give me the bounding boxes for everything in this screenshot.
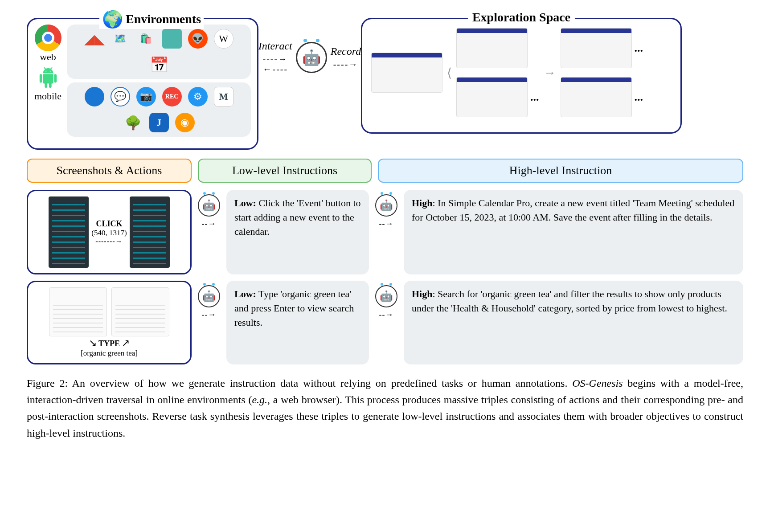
web-screenshot-before xyxy=(49,287,107,336)
screenshot-thumbnail xyxy=(561,77,632,117)
high-text: : Search for 'organic green tea' and fil… xyxy=(412,288,727,314)
maps-icon: 🗺️ xyxy=(111,29,130,49)
environments-icon-grid: ◢◣ 🗺️ 🛍️ 👽 W 📅 👤 💬 📷 REC ⚙ M 🌳 J xyxy=(67,25,251,140)
dashed-arrow-icon: --→ xyxy=(202,310,217,319)
recorder-icon: REC xyxy=(162,87,182,106)
high-label: High xyxy=(412,288,432,299)
dashed-arrow-icon: --→ xyxy=(379,219,394,229)
caption-italic-eg: e.g. xyxy=(252,394,267,405)
robot-icon: 🤖 xyxy=(296,42,327,73)
ellipsis-icon: ... xyxy=(635,41,643,55)
joplin-icon: J xyxy=(149,113,169,132)
exploration-space-box: Exploration Space ⟨ ... → ... xyxy=(361,18,682,134)
camera-icon: 📷 xyxy=(136,87,156,106)
interact-record-column: Interact ----→ ←---- 🤖 Record ----→ xyxy=(263,40,356,74)
section-low-level: Low-level Instructions xyxy=(198,159,372,183)
example-row: ↘ TYPE ↗ [organic green tea] 🤖 --→ Low: … xyxy=(27,281,743,364)
exploration-title: Exploration Space xyxy=(468,10,575,25)
tree-icon: 🌳 xyxy=(123,113,143,132)
dashed-arrow-icon: -------→ xyxy=(91,237,127,246)
web-screenshot-after xyxy=(111,287,169,336)
environments-title: 🌍 Environments xyxy=(99,9,204,29)
low-instruction-box: Low: Click the 'Event' button to start a… xyxy=(226,190,369,274)
figure-diagram: 🌍 Environments web mobile ◢◣ 🗺️ xyxy=(27,18,743,442)
dashed-arrow-left: ←---- xyxy=(258,64,292,74)
caption-italic-osgenesis: OS-Genesis xyxy=(572,377,623,389)
curved-arrow-icon: ↘ xyxy=(89,337,97,348)
robot-icon: 🤖 xyxy=(375,194,397,217)
calendar-icon: 📅 xyxy=(149,55,169,74)
environments-left-column: web mobile xyxy=(34,25,61,140)
mobile-apps-row: 👤 💬 📷 REC ⚙ M 🌳 J ◉ xyxy=(67,82,251,137)
top-row: 🌍 Environments web mobile ◢◣ 🗺️ xyxy=(27,18,743,150)
low-instruction-box: Low: Type 'organic green tea' and press … xyxy=(226,281,369,364)
phone-screenshot-after xyxy=(130,196,170,268)
action-name: TYPE xyxy=(98,339,120,348)
transform-arrow: 🤖 --→ xyxy=(198,190,220,274)
ellipsis-icon: ... xyxy=(635,90,643,104)
section-labels-row: Screenshots & Actions Low-level Instruct… xyxy=(27,159,743,183)
high-label: High xyxy=(412,197,432,209)
web-env-item: web xyxy=(35,25,61,63)
chat-icon xyxy=(162,29,182,49)
dashed-arrow-icon: --→ xyxy=(379,310,394,319)
contacts-icon: 👤 xyxy=(85,87,104,106)
osmand-icon: ◉ xyxy=(175,113,195,132)
action-args: (540, 1317) xyxy=(91,229,127,237)
transform-arrow: 🤖 --→ xyxy=(198,281,220,364)
globe-icon: 🌍 xyxy=(102,9,123,29)
settings-icon: ⚙ xyxy=(188,87,208,106)
environments-title-text: Environments xyxy=(126,12,201,26)
environments-box: 🌍 Environments web mobile ◢◣ 🗺️ xyxy=(27,18,258,150)
example-row: CLICK (540, 1317) -------→ 🤖 --→ Low: Cl… xyxy=(27,190,743,274)
high-instruction-box: High: In Simple Calendar Pro, create a n… xyxy=(404,190,743,274)
gitlab-icon: ◢◣ xyxy=(85,29,104,49)
robot-icon: 🤖 xyxy=(198,285,220,307)
transform-arrow: 🤖 --→ xyxy=(375,190,397,274)
high-instruction-box: High: Search for 'organic green tea' and… xyxy=(404,281,743,364)
figure-caption: Figure 2: An overview of how we generate… xyxy=(27,375,743,442)
wikipedia-icon: W xyxy=(214,29,233,49)
low-label: Low: xyxy=(234,197,256,209)
action-name: CLICK xyxy=(91,219,127,229)
record-label: Record xyxy=(331,45,361,57)
android-icon xyxy=(35,65,61,90)
web-label: web xyxy=(40,51,56,63)
screenshot-action-box: CLICK (540, 1317) -------→ xyxy=(27,190,192,274)
low-label: Low: xyxy=(234,288,256,299)
exploration-graph: ⟨ ... → ... ... xyxy=(371,28,672,117)
section-high-level: High-level Instruction xyxy=(378,159,743,183)
chrome-icon xyxy=(35,25,61,51)
mobile-env-item: mobile xyxy=(34,65,61,102)
phone-screenshot-before xyxy=(49,196,89,268)
interact-arrows: Interact ----→ ←---- 🤖 Record ----→ xyxy=(258,40,361,74)
reddit-icon: 👽 xyxy=(188,29,208,49)
high-text: : In Simple Calendar Pro, create a new e… xyxy=(412,197,734,223)
transform-arrow: 🤖 --→ xyxy=(375,281,397,364)
caption-text-pre: An overview of how we generate instructi… xyxy=(68,377,572,389)
graph-edge-icon: → xyxy=(544,65,556,80)
dashed-arrow-right: ----→ xyxy=(258,54,292,64)
curved-arrow-icon: ↗ xyxy=(122,337,130,348)
section-screenshots-actions: Screenshots & Actions xyxy=(27,159,192,183)
action-args: [organic green tea] xyxy=(81,349,138,358)
robot-icon: 🤖 xyxy=(198,194,220,217)
shopping-icon: 🛍️ xyxy=(136,29,156,49)
ellipsis-icon: ... xyxy=(530,90,539,104)
markor-icon: M xyxy=(214,87,233,106)
screenshot-thumbnail xyxy=(371,53,442,93)
screenshot-thumbnail xyxy=(561,28,632,68)
dashed-arrow-right-2: ----→ xyxy=(331,59,361,70)
robot-icon: 🤖 xyxy=(375,285,397,307)
mobile-label: mobile xyxy=(34,90,61,102)
graph-edge-icon: ⟨ xyxy=(447,65,452,80)
screenshot-thumbnail xyxy=(456,77,528,117)
caption-figure-number: Figure 2: xyxy=(27,377,68,389)
messages-icon: 💬 xyxy=(111,87,130,106)
interact-label: Interact xyxy=(258,40,292,52)
screenshot-action-box: ↘ TYPE ↗ [organic green tea] xyxy=(27,281,192,364)
web-apps-row: ◢◣ 🗺️ 🛍️ 👽 W 📅 xyxy=(67,25,251,79)
dashed-arrow-icon: --→ xyxy=(202,219,217,229)
screenshot-thumbnail xyxy=(456,28,528,68)
